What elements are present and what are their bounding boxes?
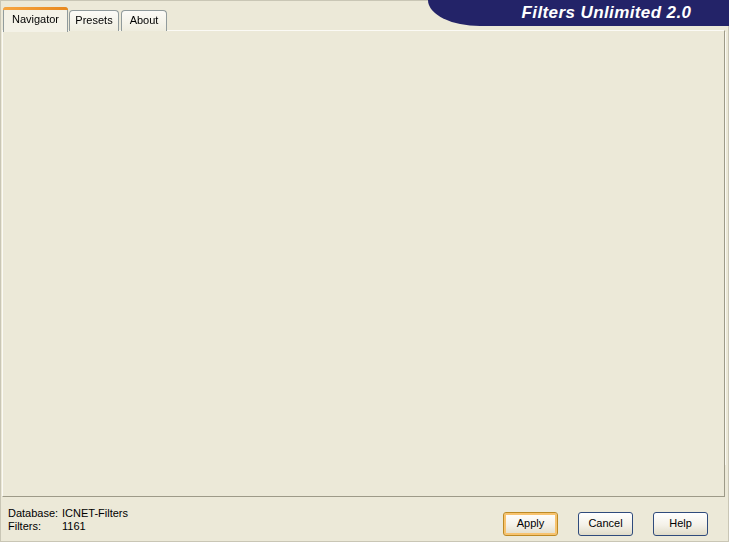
navigator-tab-page bbox=[2, 30, 725, 497]
database-value: ICNET-Filters bbox=[62, 507, 128, 519]
cancel-button[interactable]: Cancel bbox=[578, 512, 633, 536]
database-label: Database: bbox=[8, 507, 58, 519]
window-title: Filters Unlimited 2.0 bbox=[498, 3, 715, 23]
apply-button[interactable]: Apply bbox=[503, 512, 558, 536]
title-banner: Filters Unlimited 2.0 bbox=[428, 0, 729, 26]
tab-navigator[interactable]: Navigator bbox=[3, 7, 68, 32]
help-button[interactable]: Help bbox=[653, 512, 708, 536]
filters-count-value: 1161 bbox=[62, 520, 86, 532]
tab-about[interactable]: About bbox=[121, 10, 167, 31]
filters-count-label: Filters: bbox=[8, 520, 41, 532]
filters-unlimited-dialog: Filters Unlimited 2.0 Navigator Presets … bbox=[0, 0, 729, 542]
tab-presets[interactable]: Presets bbox=[69, 10, 119, 31]
